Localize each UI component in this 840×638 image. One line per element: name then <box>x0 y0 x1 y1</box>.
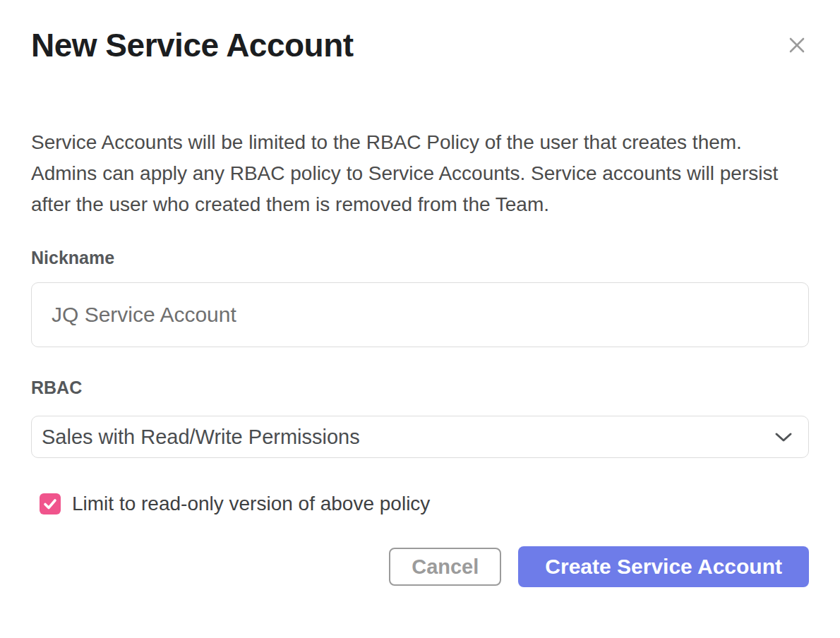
rbac-selected-value: Sales with Read/Write Permissions <box>42 426 360 449</box>
new-service-account-modal: New Service Account Service Accounts wil… <box>0 0 840 638</box>
nickname-input[interactable] <box>31 282 809 347</box>
page-title: New Service Account <box>31 0 809 65</box>
create-service-account-button[interactable]: Create Service Account <box>518 546 809 587</box>
modal-footer: Cancel Create Service Account <box>31 546 809 587</box>
nickname-label: Nickname <box>31 248 809 267</box>
rbac-select[interactable]: Sales with Read/Write Permissions <box>31 416 809 458</box>
close-button[interactable] <box>785 34 809 58</box>
modal-description: Service Accounts will be limited to the … <box>31 127 809 220</box>
cancel-button[interactable]: Cancel <box>389 548 501 586</box>
chevron-down-icon <box>774 432 793 443</box>
readonly-checkbox[interactable] <box>40 493 61 514</box>
readonly-checkbox-row: Limit to read-only version of above poli… <box>40 493 809 515</box>
readonly-checkbox-label[interactable]: Limit to read-only version of above poli… <box>72 493 430 515</box>
close-icon <box>786 35 808 58</box>
rbac-label: RBAC <box>31 378 809 397</box>
checkmark-icon <box>42 495 59 512</box>
